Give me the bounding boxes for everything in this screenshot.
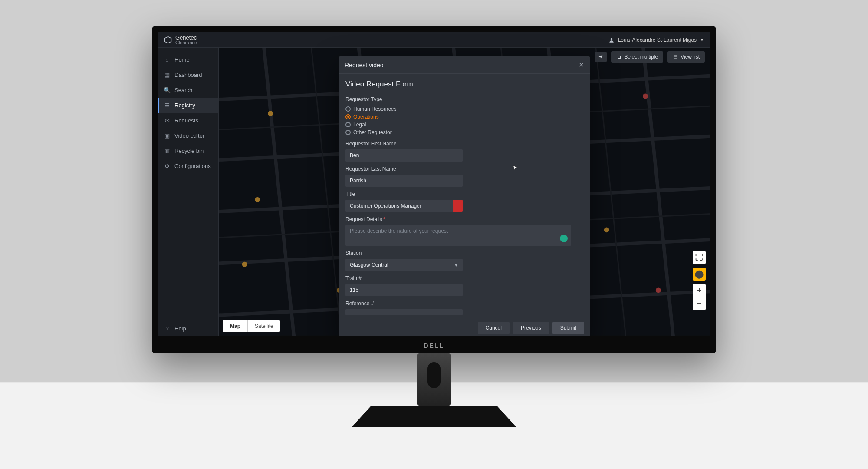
modal-footer: Cancel Previous Submit bbox=[339, 317, 590, 336]
map-fullscreen-button[interactable]: ⛶ bbox=[693, 251, 706, 264]
sidebar-item-label: Home bbox=[174, 56, 190, 63]
user-name: Louis-Alexandre St-Laurent Migos bbox=[618, 37, 697, 43]
user-menu[interactable]: Louis-Alexandre St-Laurent Migos ▼ bbox=[608, 37, 704, 43]
svg-marker-0 bbox=[165, 36, 171, 43]
title-input[interactable]: Customer Operations Manager bbox=[345, 200, 463, 212]
sidebar-item-video-editor[interactable]: ▣ Video editor bbox=[158, 128, 218, 143]
sidebar-item-help[interactable]: ? Help bbox=[158, 321, 218, 336]
map-type-map[interactable]: Map bbox=[223, 320, 248, 332]
sidebar-item-label: Configurations bbox=[174, 163, 211, 169]
radio-legal[interactable]: Legal bbox=[345, 121, 583, 129]
map-type-satellite[interactable]: Satellite bbox=[248, 320, 280, 332]
map-side-controls: ⛶ ⬤ + − bbox=[693, 251, 706, 310]
sidebar-item-label: Video editor bbox=[174, 132, 204, 139]
sidebar-item-home[interactable]: ⌂ Home bbox=[158, 52, 218, 67]
map-zoom-in-button[interactable]: + bbox=[693, 284, 706, 297]
radio-operations[interactable]: Operations bbox=[345, 113, 583, 121]
home-icon: ⌂ bbox=[164, 57, 170, 63]
requestor-type-group: Human Resources Operations Legal Other R… bbox=[345, 105, 583, 136]
map-select-multiple-button[interactable]: Select multiple bbox=[611, 51, 663, 63]
title-flag-icon bbox=[453, 200, 463, 212]
sidebar: ⌂ Home ▦ Dashboard 🔍 Search ☰ Registry bbox=[158, 48, 219, 336]
help-icon: ? bbox=[164, 326, 170, 332]
radio-other-requestor[interactable]: Other Requestor bbox=[345, 129, 583, 136]
modal-close-button[interactable]: ✕ bbox=[579, 61, 584, 69]
sidebar-item-label: Dashboard bbox=[174, 72, 202, 78]
topbar: Genetec Clearance Louis-Alexandre St-Lau… bbox=[158, 32, 710, 48]
reference-input[interactable] bbox=[345, 309, 463, 315]
user-icon bbox=[608, 37, 615, 43]
brand-top: Genetec bbox=[175, 35, 197, 40]
label-first-name: Requestor First Name bbox=[345, 141, 583, 147]
svg-point-1 bbox=[610, 38, 612, 40]
sidebar-item-label: Recycle bin bbox=[174, 148, 204, 154]
radio-human-resources[interactable]: Human Resources bbox=[345, 105, 583, 113]
first-name-input[interactable]: Ben bbox=[345, 149, 463, 162]
map-view-list-label: View list bbox=[681, 54, 700, 60]
map-zoom-out-button[interactable]: − bbox=[693, 297, 706, 310]
chevron-down-icon: ▼ bbox=[700, 38, 704, 42]
map-select-multiple-label: Select multiple bbox=[624, 54, 658, 60]
requests-icon: ✉ bbox=[164, 118, 170, 124]
list-icon bbox=[673, 54, 678, 59]
brand-sub: Clearance bbox=[175, 40, 197, 45]
label-train: Train # bbox=[345, 275, 583, 281]
sidebar-item-search[interactable]: 🔍 Search bbox=[158, 83, 218, 98]
form-title: Video Request Form bbox=[345, 80, 583, 89]
modal-body: Video Request Form Requestor Type Human … bbox=[339, 74, 590, 317]
sidebar-item-label: Registry bbox=[174, 102, 195, 109]
sidebar-item-configurations[interactable]: ⚙ Configurations bbox=[158, 159, 218, 174]
sidebar-item-label: Requests bbox=[174, 117, 198, 124]
location-arrow-icon bbox=[598, 54, 603, 59]
dashboard-icon: ▦ bbox=[164, 72, 170, 78]
previous-button[interactable]: Previous bbox=[513, 322, 549, 334]
train-input[interactable]: 115 bbox=[345, 284, 463, 296]
station-value: Glasgow Central bbox=[350, 262, 388, 268]
chevron-down-icon: ▼ bbox=[454, 263, 458, 268]
modal-header: Request video ✕ bbox=[339, 56, 590, 74]
trash-icon: 🗑 bbox=[164, 148, 170, 154]
sidebar-item-dashboard[interactable]: ▦ Dashboard bbox=[158, 67, 218, 83]
label-request-details: Request Details* bbox=[345, 216, 583, 222]
cursor-icon bbox=[512, 165, 518, 171]
map-pegman-button[interactable]: ⬤ bbox=[693, 268, 706, 281]
sidebar-item-recycle-bin[interactable]: 🗑 Recycle bin bbox=[158, 143, 218, 159]
station-select[interactable]: Glasgow Central ▼ bbox=[345, 259, 463, 271]
label-last-name: Requestor Last Name bbox=[345, 166, 583, 172]
sidebar-item-requests[interactable]: ✉ Requests bbox=[158, 113, 218, 128]
label-title: Title bbox=[345, 191, 583, 197]
cancel-button[interactable]: Cancel bbox=[478, 322, 510, 334]
select-multiple-icon bbox=[616, 54, 621, 59]
label-reference: Reference # bbox=[345, 301, 583, 307]
sidebar-item-label: Help bbox=[174, 325, 186, 332]
registry-icon: ☰ bbox=[164, 102, 170, 109]
submit-button[interactable]: Submit bbox=[552, 322, 584, 334]
last-name-input[interactable]: Parrish bbox=[345, 175, 463, 187]
sidebar-item-label: Search bbox=[174, 87, 192, 93]
logo-icon bbox=[164, 36, 172, 44]
map-locate-button[interactable] bbox=[595, 52, 607, 62]
search-icon: 🔍 bbox=[164, 87, 170, 93]
request-video-modal: Request video ✕ Video Request Form Reque… bbox=[339, 56, 590, 336]
monitor-brand: DELL bbox=[424, 342, 444, 349]
app-logo: Genetec Clearance bbox=[164, 35, 197, 45]
request-details-textarea[interactable]: Please describe the nature of your reque… bbox=[345, 225, 571, 246]
video-icon: ▣ bbox=[164, 133, 170, 139]
app-screen: Genetec Clearance Louis-Alexandre St-Lau… bbox=[158, 32, 710, 336]
main-area: Select multiple View list Map Satellite bbox=[219, 48, 710, 336]
map-type-switch: Map Satellite bbox=[223, 320, 280, 332]
label-station: Station bbox=[345, 250, 583, 256]
modal-title: Request video bbox=[345, 62, 384, 69]
map-view-list-button[interactable]: View list bbox=[667, 51, 705, 63]
label-requestor-type: Requestor Type bbox=[345, 96, 583, 102]
sidebar-item-registry[interactable]: ☰ Registry bbox=[158, 98, 218, 113]
grammar-check-icon bbox=[560, 234, 568, 242]
gear-icon: ⚙ bbox=[164, 163, 170, 169]
map-toolbar: Select multiple View list bbox=[595, 51, 705, 63]
